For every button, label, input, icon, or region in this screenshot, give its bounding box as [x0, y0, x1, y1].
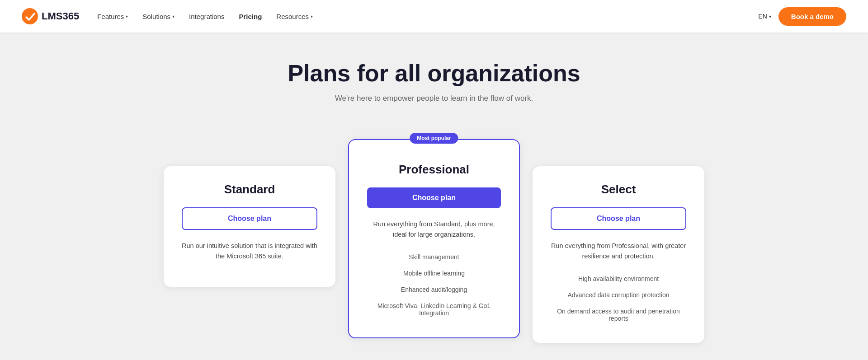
choose-plan-button-standard[interactable]: Choose plan — [182, 207, 317, 230]
choose-plan-button-professional[interactable]: Choose plan — [367, 187, 501, 208]
nav-links: Features ▾ Solutions ▾ Integrations Pric… — [97, 13, 313, 20]
nav-item-integrations[interactable]: Integrations — [189, 13, 224, 20]
nav-item-solutions[interactable]: Solutions ▾ — [142, 13, 175, 20]
plan-description-select: Run everything from Professional, with g… — [551, 241, 686, 262]
hero-subtitle: We're here to empower people to learn in… — [9, 94, 859, 103]
lms365-logo-icon — [22, 8, 38, 24]
plan-card-standard: Standard Choose plan Run our intuitive s… — [164, 166, 335, 287]
list-item: High availability environment — [551, 271, 686, 287]
hero-title: Plans for all organizations — [9, 60, 859, 87]
plan-card-professional: Most popular Professional Choose plan Ru… — [348, 139, 520, 338]
plan-description-professional: Run everything from Standard, plus more,… — [367, 219, 501, 240]
chevron-down-icon: ▾ — [311, 14, 313, 19]
navbar-right: EN ▾ Book a demo — [758, 7, 846, 26]
svg-point-0 — [22, 8, 38, 24]
nav-item-features[interactable]: Features ▾ — [97, 13, 128, 20]
list-item: Enhanced audit/logging — [367, 281, 501, 298]
plans-container: Standard Choose plan Run our intuitive s… — [0, 121, 868, 360]
logo-text: LMS365 — [42, 10, 79, 22]
nav-item-resources[interactable]: Resources ▾ — [276, 13, 313, 20]
list-item: Skill management — [367, 249, 501, 265]
chevron-down-icon: ▾ — [126, 14, 128, 19]
list-item: On demand access to audit and penetratio… — [551, 303, 686, 327]
plan-features-professional: Skill management Mobile offline learning… — [367, 249, 501, 321]
list-item: Mobile offline learning — [367, 265, 501, 281]
navbar-left: LMS365 Features ▾ Solutions ▾ Integratio… — [22, 8, 313, 24]
logo[interactable]: LMS365 — [22, 8, 79, 24]
plan-description-standard: Run our intuitive solution that is integ… — [182, 241, 317, 262]
list-item: Advanced data corruption protection — [551, 287, 686, 303]
list-item: Microsoft Viva, LinkedIn Learning & Go1 … — [367, 298, 501, 321]
plan-features-select: High availability environment Advanced d… — [551, 271, 686, 327]
nav-item-pricing[interactable]: Pricing — [239, 13, 262, 20]
choose-plan-button-select[interactable]: Choose plan — [551, 207, 686, 230]
hero-section: Plans for all organizations We're here t… — [0, 33, 868, 121]
plan-name-professional: Professional — [367, 163, 501, 177]
plan-card-select: Select Choose plan Run everything from P… — [533, 166, 704, 343]
lang-selector[interactable]: EN ▾ — [758, 13, 771, 20]
chevron-down-icon: ▾ — [172, 14, 175, 19]
navbar: LMS365 Features ▾ Solutions ▾ Integratio… — [0, 0, 868, 33]
plan-name-standard: Standard — [182, 182, 317, 196]
book-demo-button[interactable]: Book a demo — [778, 7, 846, 26]
most-popular-badge: Most popular — [410, 133, 458, 144]
chevron-down-icon: ▾ — [769, 14, 771, 19]
plan-name-select: Select — [551, 182, 686, 196]
